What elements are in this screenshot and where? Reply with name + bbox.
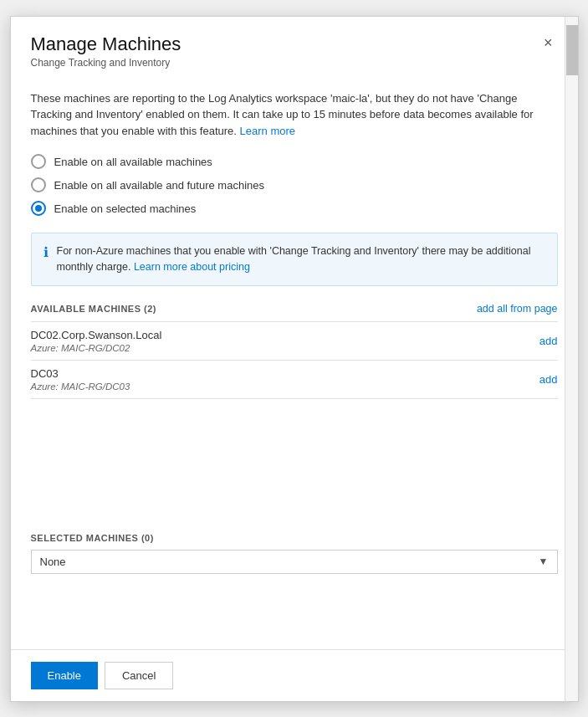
dialog-title: Manage Machines [31, 33, 182, 55]
info-text: For non-Azure machines that you enable w… [57, 243, 545, 275]
machine-azure-dc02: Azure: MAIC-RG/DC02 [31, 343, 162, 353]
machine-item-dc03: DC03 Azure: MAIC-RG/DC03 add [31, 361, 558, 399]
radio-circle-3 [31, 201, 46, 216]
machine-name-dc02: DC02.Corp.Swanson.Local [31, 329, 162, 341]
radio-circle-2 [31, 177, 46, 192]
scrollbar-thumb[interactable] [566, 25, 578, 75]
dialog-subtitle: Change Tracking and Inventory [31, 57, 182, 69]
dialog-body: These machines are reporting to the Log … [11, 77, 578, 649]
radio-label-3: Enable on selected machines [54, 202, 197, 215]
header-text: Manage Machines Change Tracking and Inve… [31, 33, 182, 69]
selected-machines-header: SELECTED MACHINES (0) [31, 533, 558, 543]
available-machines-header: AVAILABLE MACHINES (2) add all from page [31, 303, 558, 315]
radio-option-all-future[interactable]: Enable on all available and future machi… [31, 177, 558, 192]
radio-option-all-available[interactable]: Enable on all available machines [31, 154, 558, 169]
description-text: These machines are reporting to the Log … [31, 90, 558, 140]
close-button[interactable]: × [539, 33, 558, 52]
radio-option-selected[interactable]: Enable on selected machines [31, 201, 558, 216]
dialog-header: Manage Machines Change Tracking and Inve… [11, 17, 578, 77]
machine-item-dc02: DC02.Corp.Swanson.Local Azure: MAIC-RG/D… [31, 322, 558, 361]
machine-info-dc03: DC03 Azure: MAIC-RG/DC03 [31, 367, 130, 392]
machine-name-dc03: DC03 [31, 367, 130, 380]
radio-circle-1 [31, 154, 46, 169]
manage-machines-dialog: Manage Machines Change Tracking and Inve… [10, 16, 579, 702]
info-icon: ℹ [43, 244, 49, 275]
add-button-dc03[interactable]: add [526, 373, 558, 386]
enable-button[interactable]: Enable [31, 662, 98, 689]
radio-label-2: Enable on all available and future machi… [54, 179, 265, 192]
add-all-link[interactable]: add all from page [477, 303, 558, 315]
scrollbar[interactable] [565, 17, 578, 701]
chevron-down-icon: ▼ [539, 556, 549, 567]
selected-machines-dropdown[interactable]: None ▼ [31, 550, 558, 574]
radio-group: Enable on all available machines Enable … [31, 154, 558, 216]
learn-more-pricing-link[interactable]: Learn more about pricing [134, 261, 250, 273]
radio-inner-3 [35, 205, 42, 212]
selected-machines-area: SELECTED MACHINES (0) None ▼ [31, 533, 558, 574]
add-button-dc02[interactable]: add [526, 335, 558, 347]
dialog-footer: Enable Cancel [11, 649, 578, 701]
machine-info-dc02: DC02.Corp.Swanson.Local Azure: MAIC-RG/D… [31, 329, 162, 353]
selected-machines-none: None [40, 556, 66, 568]
learn-more-link[interactable]: Learn more [240, 125, 295, 137]
available-machines-title: AVAILABLE MACHINES (2) [31, 304, 157, 314]
radio-label-1: Enable on all available machines [54, 156, 212, 168]
cancel-button[interactable]: Cancel [105, 662, 173, 689]
machine-azure-dc03: Azure: MAIC-RG/DC03 [31, 382, 130, 392]
selected-machines-title: SELECTED MACHINES (0) [31, 533, 154, 543]
info-box: ℹ For non-Azure machines that you enable… [31, 233, 558, 286]
machine-list: DC02.Corp.Swanson.Local Azure: MAIC-RG/D… [31, 321, 558, 399]
